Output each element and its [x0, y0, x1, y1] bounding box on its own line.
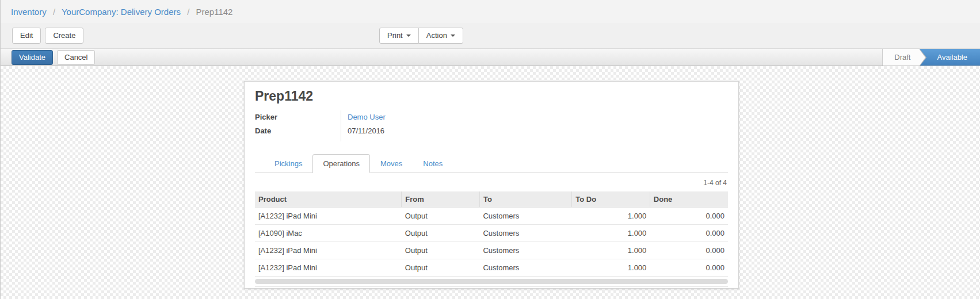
breadcrumb-separator: /: [53, 7, 55, 17]
table-row[interactable]: [A1232] iPad Mini Output Customers 1.000…: [255, 208, 728, 225]
breadcrumb-inventory[interactable]: Inventory: [11, 7, 47, 17]
field-values-column: Demo User 07/11/2016: [341, 110, 728, 141]
cell-done: 0.000: [650, 259, 728, 277]
caret-down-icon: [406, 34, 411, 37]
tab-operations[interactable]: Operations: [312, 154, 370, 173]
cell-to: Customers: [479, 259, 571, 277]
status-step-available[interactable]: Available: [920, 49, 980, 66]
cell-todo: 1.000: [572, 208, 650, 225]
cell-done: 0.000: [650, 208, 728, 225]
control-panel: Edit Create Print Action: [1, 23, 980, 48]
cell-product: [A1232] iPad Mini: [255, 242, 402, 259]
horizontal-scrollbar[interactable]: [255, 279, 728, 284]
tab-pickings[interactable]: Pickings: [264, 154, 312, 173]
status-draft-label: Draft: [894, 53, 910, 62]
breadcrumb-bar: Inventory / YourCompany: Delivery Orders…: [1, 0, 980, 23]
cell-to: Customers: [479, 225, 571, 242]
cell-todo: 1.000: [572, 259, 650, 277]
breadcrumb-delivery-orders[interactable]: YourCompany: Delivery Orders: [62, 7, 181, 17]
table-row[interactable]: [A1090] iMac Output Customers 1.000 0.00…: [255, 225, 728, 242]
record-buttons: Edit Create: [12, 28, 83, 44]
cell-product: [A1090] iMac: [255, 225, 402, 242]
validate-button[interactable]: Validate: [12, 50, 53, 65]
cell-todo: 1.000: [572, 242, 650, 259]
col-header-from[interactable]: From: [402, 191, 480, 208]
tab-notes[interactable]: Notes: [413, 154, 453, 173]
notebook-tabs: Pickings Operations Moves Notes: [255, 154, 728, 173]
status-steps: Draft Available: [882, 49, 980, 66]
cell-todo: 1.000: [572, 225, 650, 242]
table-row[interactable]: [A1232] iPad Mini Output Customers 1.000…: [255, 259, 728, 277]
picker-value-link[interactable]: Demo User: [348, 113, 386, 121]
col-header-product[interactable]: Product: [255, 191, 402, 208]
table-row[interactable]: [A1232] iPad Mini Output Customers 1.000…: [255, 242, 728, 259]
odoo-backend-window: Inventory / YourCompany: Delivery Orders…: [0, 0, 980, 299]
cell-product: [A1232] iPad Mini: [255, 208, 402, 225]
col-header-to[interactable]: To: [479, 191, 571, 208]
breadcrumb: Inventory / YourCompany: Delivery Orders…: [11, 7, 232, 17]
form-view-background: Prep1142 Picker Date Demo User 07/11/201…: [1, 66, 980, 299]
col-header-todo[interactable]: To Do: [572, 191, 650, 208]
scroll-track-line: [255, 286, 728, 287]
edit-button[interactable]: Edit: [12, 28, 41, 44]
table-header-row: Product From To To Do Done: [255, 191, 728, 208]
cell-from: Output: [402, 242, 480, 259]
tab-moves[interactable]: Moves: [370, 154, 413, 173]
field-group: Picker Date Demo User 07/11/2016: [255, 110, 728, 141]
picker-field: Demo User: [348, 110, 728, 124]
col-header-done[interactable]: Done: [650, 191, 728, 208]
date-label: Date: [255, 124, 341, 138]
action-dropdown-label: Action: [426, 31, 447, 40]
action-dropdown-button[interactable]: Action: [418, 28, 463, 44]
print-dropdown-button[interactable]: Print: [379, 28, 419, 44]
caret-down-icon: [451, 34, 455, 37]
date-field: 07/11/2016: [348, 124, 728, 138]
picker-label: Picker: [255, 110, 341, 124]
record-title: Prep1142: [255, 87, 728, 105]
date-value: 07/11/2016: [348, 126, 384, 135]
cell-to: Customers: [479, 208, 571, 225]
field-labels-column: Picker Date: [255, 110, 341, 141]
status-available-label: Available: [937, 53, 967, 62]
form-statusbar: Validate Cancel Draft Available: [1, 48, 980, 66]
create-button[interactable]: Create: [45, 28, 83, 44]
status-step-draft[interactable]: Draft: [882, 49, 920, 66]
form-sheet: Prep1142 Picker Date Demo User 07/11/201…: [244, 81, 739, 289]
breadcrumb-separator: /: [187, 7, 189, 17]
action-dropdowns: Print Action: [379, 28, 463, 44]
cell-from: Output: [402, 259, 480, 277]
cell-from: Output: [402, 208, 480, 225]
print-dropdown-label: Print: [387, 31, 403, 40]
cancel-button[interactable]: Cancel: [57, 50, 95, 65]
cell-product: [A1232] iPad Mini: [255, 259, 402, 277]
operations-table: Product From To To Do Done [A1232] iPad …: [255, 191, 728, 277]
cell-done: 0.000: [650, 225, 728, 242]
cell-done: 0.000: [650, 242, 728, 259]
cell-to: Customers: [479, 242, 571, 259]
breadcrumb-current: Prep1142: [196, 7, 233, 17]
cell-from: Output: [402, 225, 480, 242]
list-pager: 1-4 of 4: [255, 179, 727, 187]
